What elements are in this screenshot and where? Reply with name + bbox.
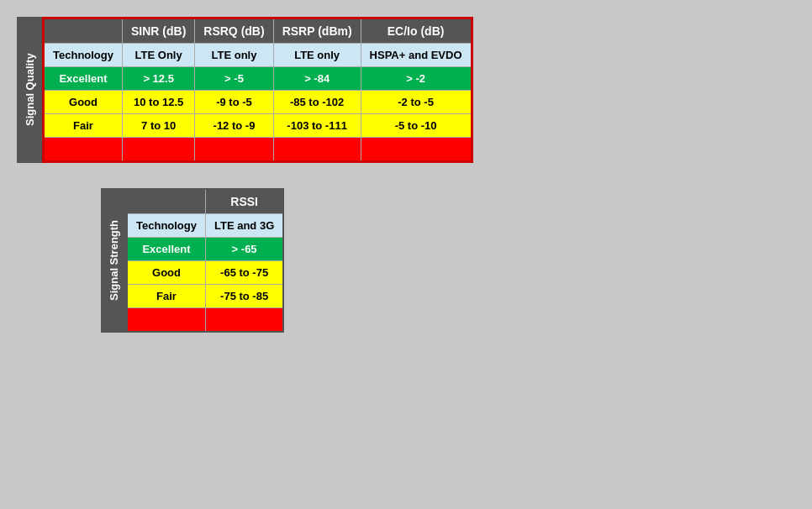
- signal-strength-label: Signal Strength: [101, 188, 126, 333]
- fair-rsrp: -103 to -111: [273, 114, 361, 138]
- signal-quality-tech-row: Technology LTE Only LTE only LTE only HS…: [44, 44, 472, 67]
- ss-fair-rssi: -75 to -85: [205, 285, 283, 308]
- signal-quality-label: Signal Quality: [17, 17, 42, 163]
- signal-strength-indent: Signal Strength RSSI Technology LTE and …: [17, 188, 473, 333]
- signal-strength-section: Signal Strength RSSI Technology LTE and …: [101, 188, 473, 333]
- poor-rsrq: < -12: [195, 138, 273, 162]
- good-ecio: -2 to -5: [361, 91, 472, 114]
- good-sinr: 10 to 12.5: [122, 91, 194, 114]
- header-sinr: SINR (dB): [122, 18, 194, 44]
- excellent-ecio: > -2: [361, 67, 472, 91]
- excellent-rsrq: > -5: [195, 67, 273, 91]
- ss-tech-lte-3g: LTE and 3G: [205, 214, 283, 238]
- header-ecio: EC/Io (dB): [361, 18, 472, 44]
- poor-sinr: < 7: [122, 138, 194, 162]
- excellent-rsrp: > -84: [273, 67, 361, 91]
- header-rsrq: RSRQ (dB): [195, 18, 273, 44]
- ss-poor-label: Poor: [127, 308, 205, 333]
- tech-lte-only-rsrp: LTE only: [273, 44, 361, 67]
- signal-quality-table: SINR (dB) RSRQ (dB) RSRP (dBm) EC/Io (dB…: [42, 17, 473, 163]
- tech-lte-only-rsrq: LTE only: [195, 44, 273, 67]
- excellent-label: Excellent: [44, 67, 123, 91]
- fair-label: Fair: [44, 114, 123, 138]
- ss-tech-label: Technology: [127, 214, 205, 238]
- signal-quality-good-row: Good 10 to 12.5 -9 to -5 -85 to -102 -2 …: [44, 91, 472, 114]
- poor-ecio: < -10: [361, 138, 472, 162]
- header-rsrp: RSRP (dBm): [273, 18, 361, 44]
- tech-hspa-evdo: HSPA+ and EVDO: [361, 44, 472, 67]
- signal-strength-poor-row: Poor <-85: [127, 308, 283, 333]
- ss-header-empty: [127, 189, 205, 214]
- poor-rsrp: < -111: [273, 138, 361, 162]
- excellent-sinr: > 12.5: [122, 67, 194, 91]
- signal-strength-table: RSSI Technology LTE and 3G Excellent > -…: [126, 188, 284, 333]
- signal-strength-header-row: RSSI: [127, 189, 283, 214]
- header-empty: [44, 18, 123, 44]
- fair-rsrq: -12 to -9: [195, 114, 273, 138]
- signal-strength-excellent-row: Excellent > -65: [127, 238, 283, 261]
- ss-header-rssi: RSSI: [205, 189, 283, 214]
- tech-lte-only-sinr: LTE Only: [122, 44, 194, 67]
- signal-quality-header-row: SINR (dB) RSRQ (dB) RSRP (dBm) EC/Io (dB…: [44, 18, 472, 44]
- signal-quality-fair-row: Fair 7 to 10 -12 to -9 -103 to -111 -5 t…: [44, 114, 472, 138]
- tech-label: Technology: [44, 44, 123, 67]
- signal-strength-tech-row: Technology LTE and 3G: [127, 214, 283, 238]
- ss-excellent-label: Excellent: [127, 238, 205, 261]
- ss-good-label: Good: [127, 261, 205, 285]
- fair-sinr: 7 to 10: [122, 114, 194, 138]
- good-rsrq: -9 to -5: [195, 91, 273, 114]
- ss-excellent-rssi: > -65: [205, 238, 283, 261]
- poor-label: Poor: [44, 138, 123, 162]
- ss-fair-label: Fair: [127, 285, 205, 308]
- signal-strength-fair-row: Fair -75 to -85: [127, 285, 283, 308]
- signal-quality-section: Signal Quality SINR (dB) RSRQ (dB) RSRP …: [17, 17, 473, 163]
- page-container: Signal Quality SINR (dB) RSRQ (dB) RSRP …: [8, 8, 482, 341]
- good-label: Good: [44, 91, 123, 114]
- good-rsrp: -85 to -102: [273, 91, 361, 114]
- fair-ecio: -5 to -10: [361, 114, 472, 138]
- signal-strength-good-row: Good -65 to -75: [127, 261, 283, 285]
- ss-good-rssi: -65 to -75: [205, 261, 283, 285]
- ss-poor-rssi: <-85: [205, 308, 283, 333]
- signal-quality-poor-row: Poor < 7 < -12 < -111 < -10: [44, 138, 472, 162]
- signal-quality-excellent-row: Excellent > 12.5 > -5 > -84 > -2: [44, 67, 472, 91]
